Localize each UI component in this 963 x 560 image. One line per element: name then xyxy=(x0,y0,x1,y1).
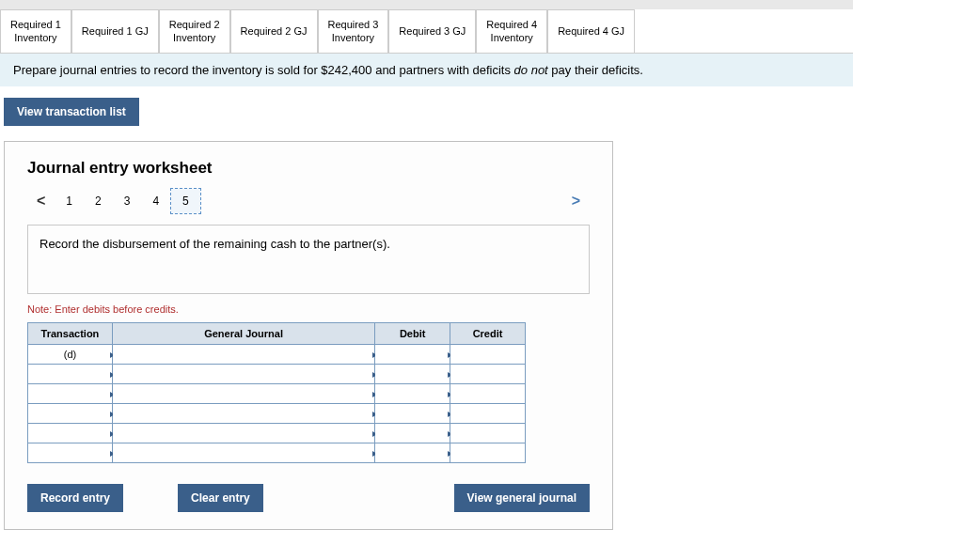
je-cell[interactable] xyxy=(450,443,526,462)
col-header-credit: Credit xyxy=(450,322,526,344)
je-cell[interactable] xyxy=(375,364,450,383)
pager-step-4[interactable]: 4 xyxy=(141,189,170,213)
tab-5[interactable]: Required 3 GJ xyxy=(388,9,476,53)
view-general-journal-button[interactable]: View general journal xyxy=(454,484,590,512)
worksheet-title: Journal entry worksheet xyxy=(27,159,590,178)
je-cell[interactable] xyxy=(450,423,526,443)
pager-step-1[interactable]: 1 xyxy=(55,189,84,213)
je-cell[interactable] xyxy=(112,443,374,462)
je-cell[interactable] xyxy=(28,403,113,423)
je-cell[interactable] xyxy=(112,344,374,364)
instruction-pre: Prepare journal entries to record the in… xyxy=(13,63,514,77)
debits-note: Note: Enter debits before credits. xyxy=(27,303,590,315)
clear-entry-button[interactable]: Clear entry xyxy=(178,484,263,512)
je-cell[interactable] xyxy=(28,423,113,443)
je-cell[interactable] xyxy=(450,383,526,403)
view-transaction-list-button[interactable]: View transaction list xyxy=(4,98,139,126)
tab-2[interactable]: Required 2Inventory xyxy=(159,9,230,53)
je-cell[interactable] xyxy=(375,443,450,462)
entry-prompt: Record the disbursement of the remaining… xyxy=(27,225,590,294)
chevron-right-icon[interactable]: > xyxy=(562,189,590,213)
je-cell[interactable] xyxy=(450,403,526,423)
je-cell[interactable] xyxy=(28,443,113,462)
col-header-transaction: Transaction xyxy=(28,322,113,344)
journal-entry-table: Transaction General Journal Debit Credit… xyxy=(27,322,526,463)
chevron-left-icon[interactable]: < xyxy=(27,189,55,213)
je-cell[interactable]: (d) xyxy=(28,344,113,364)
instruction-em: do not xyxy=(514,63,548,77)
je-cell[interactable] xyxy=(375,344,450,364)
tab-4[interactable]: Required 3Inventory xyxy=(318,9,389,53)
record-entry-button[interactable]: Record entry xyxy=(27,484,123,512)
pager-step-3[interactable]: 3 xyxy=(113,189,142,213)
journal-entry-worksheet: Journal entry worksheet < 12345 > Record… xyxy=(4,141,613,530)
instruction-banner: Prepare journal entries to record the in… xyxy=(0,54,853,86)
tab-6[interactable]: Required 4Inventory xyxy=(476,9,547,53)
pager: < 12345 > xyxy=(27,189,590,213)
je-cell[interactable] xyxy=(375,383,450,403)
tabs-row: Required 1InventoryRequired 1 GJRequired… xyxy=(0,9,853,54)
je-cell[interactable] xyxy=(112,364,374,383)
instruction-post: pay their deficits. xyxy=(548,63,643,77)
tab-7[interactable]: Required 4 GJ xyxy=(547,9,635,53)
je-cell[interactable] xyxy=(112,403,374,423)
top-gray-bar xyxy=(0,0,853,9)
pager-step-5[interactable]: 5 xyxy=(170,188,201,214)
je-cell[interactable] xyxy=(450,344,526,364)
tab-3[interactable]: Required 2 GJ xyxy=(230,9,318,53)
pager-step-2[interactable]: 2 xyxy=(84,189,113,213)
je-cell[interactable] xyxy=(375,423,450,443)
je-cell[interactable] xyxy=(450,364,526,383)
je-cell[interactable] xyxy=(28,383,113,403)
je-cell[interactable] xyxy=(28,364,113,383)
col-header-general-journal: General Journal xyxy=(112,322,374,344)
je-cell[interactable] xyxy=(112,423,374,443)
je-cell[interactable] xyxy=(375,403,450,423)
je-cell[interactable] xyxy=(112,383,374,403)
tab-0[interactable]: Required 1Inventory xyxy=(0,9,71,53)
col-header-debit: Debit xyxy=(375,322,450,344)
tab-1[interactable]: Required 1 GJ xyxy=(71,9,159,53)
